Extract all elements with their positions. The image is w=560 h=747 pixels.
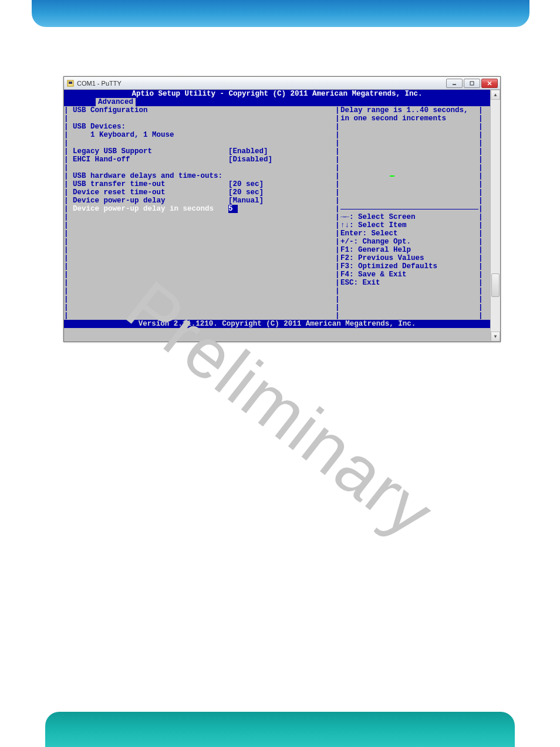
help-divider	[340, 209, 478, 209]
window-titlebar[interactable]: COM1 - PuTTY	[64, 77, 500, 90]
maximize-button[interactable]	[464, 79, 480, 88]
bios-body: |USB Configuration|Delay range is 1..40 …	[64, 106, 490, 320]
selected-setting-label[interactable]: Device power-up delay in seconds	[73, 205, 214, 213]
setting-label[interactable]: EHCI Hand-off	[73, 156, 130, 164]
bios-header: Aptio Setup Utility - Copyright (C) 2011…	[64, 90, 490, 98]
bottom-banner	[45, 712, 515, 747]
setting-label[interactable]: Device power-up delay	[73, 197, 166, 205]
bios-footer: Version 2.11.1210. Copyright (C) 2011 Am…	[64, 320, 490, 328]
setting-label[interactable]: Device reset time-out	[73, 188, 166, 197]
help-line-1: Delay range is 1..40 seconds,	[340, 106, 468, 114]
setting-value[interactable]: [20 sec]	[228, 188, 264, 197]
scroll-track[interactable]	[491, 100, 500, 332]
close-button[interactable]	[481, 79, 498, 88]
terminal-content[interactable]: Aptio Setup Utility - Copyright (C) 2011…	[64, 90, 490, 342]
nav-hint: ESC: Exit	[340, 279, 380, 287]
putty-window: COM1 - PuTTY Aptio Setup Utility - Copyr…	[63, 76, 501, 342]
putty-icon	[66, 79, 75, 87]
scroll-thumb[interactable]	[491, 273, 500, 297]
nav-hint: F3: Optimized Defaults	[340, 262, 437, 271]
usb-devices-value: 1 Keyboard, 1 Mouse	[90, 131, 174, 139]
setting-label[interactable]: Legacy USB Support	[73, 147, 152, 156]
tab-advanced[interactable]: Advanced	[96, 98, 136, 106]
setting-value[interactable]: [20 sec]	[228, 180, 264, 188]
svg-rect-3	[470, 82, 474, 85]
terminal-cursor	[390, 175, 394, 177]
nav-hint: +/-: Change Opt.	[340, 238, 411, 246]
scroll-up-button[interactable]: ▲	[491, 90, 500, 100]
nav-hint: ↑↓: Select Item	[340, 221, 407, 229]
scroll-down-button[interactable]: ▼	[491, 332, 500, 342]
usb-devices-label: USB Devices:	[73, 123, 126, 131]
window-title: COM1 - PuTTY	[77, 80, 446, 87]
minimize-button[interactable]	[446, 79, 463, 88]
terminal-area: Aptio Setup Utility - Copyright (C) 2011…	[64, 90, 500, 342]
setting-value[interactable]: [Manual]	[228, 197, 264, 205]
help-line-2: in one second increments	[340, 114, 446, 123]
nav-hint: Enter: Select	[340, 229, 398, 238]
bios-tab-row: Advanced	[64, 98, 490, 106]
setting-value[interactable]: [Disabled]	[228, 156, 272, 164]
selected-setting-value[interactable]: 5	[228, 205, 238, 213]
nav-hint: F2: Previous Values	[340, 254, 424, 262]
top-banner	[32, 0, 529, 27]
usb-config-title: USB Configuration	[73, 106, 148, 114]
nav-hint: F1: General Help	[340, 246, 411, 254]
setting-value[interactable]: [Enabled]	[228, 147, 268, 156]
svg-rect-1	[69, 82, 72, 84]
window-controls	[446, 79, 498, 88]
setting-label[interactable]: USB transfer time-out	[73, 180, 166, 188]
subsection-label: USB hardware delays and time-outs:	[73, 172, 222, 180]
nav-hint: F4: Save & Exit	[340, 271, 407, 279]
scrollbar[interactable]: ▲ ▼	[490, 90, 500, 342]
nav-hint: →←: Select Screen	[340, 213, 416, 221]
